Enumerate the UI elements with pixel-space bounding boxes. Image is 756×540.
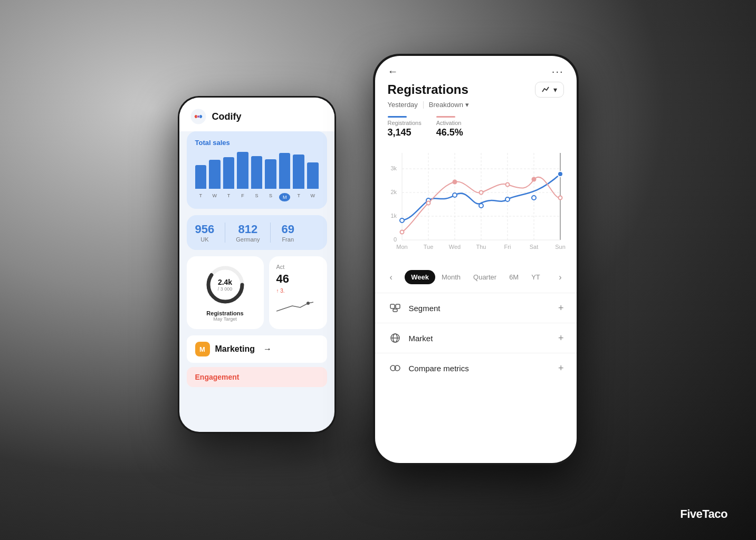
bar-item (223, 157, 235, 189)
donut-value: 2.4k (218, 278, 233, 286)
period-next-button[interactable]: › (554, 271, 566, 284)
breakdown-label: Breakdown (429, 101, 463, 109)
svg-rect-42 (396, 304, 400, 308)
compare-icon (388, 361, 403, 375)
phone-right: ← ··· Registrations ▾ Yesterday Breakdow… (373, 54, 579, 465)
compare-add-button[interactable]: + (558, 363, 564, 374)
total-sales-card: Total sales T W T F S (187, 131, 327, 209)
app-title: Codify (212, 111, 242, 122)
bar-item (237, 152, 248, 189)
page-title: Registrations (388, 82, 468, 97)
stat-france: 69 Fran (281, 223, 294, 243)
stat-divider (225, 223, 225, 243)
marketing-row[interactable]: M Marketing → (187, 335, 327, 363)
stat-divider (270, 223, 271, 243)
back-button[interactable]: ← (388, 65, 398, 78)
market-filter[interactable]: Market + (375, 323, 577, 353)
metric-red-indicator (436, 116, 455, 118)
reg-label: Registrations (206, 310, 243, 316)
filter-yesterday[interactable]: Yesterday (388, 101, 418, 109)
segment-filter[interactable]: Segment + (375, 293, 577, 323)
bar-day-label-active: M (279, 193, 291, 201)
bar-item (209, 160, 221, 189)
svg-rect-41 (390, 304, 395, 308)
svg-point-27 (400, 230, 404, 234)
segment-label: Segment (409, 304, 441, 313)
bar-item (307, 162, 319, 189)
svg-rect-43 (393, 309, 397, 312)
metric-registrations: Registrations 3,145 (388, 116, 422, 138)
bar-item (265, 159, 276, 189)
svg-point-30 (479, 191, 483, 195)
marketing-arrow-icon: → (263, 344, 272, 354)
svg-point-22 (453, 193, 457, 197)
svg-text:0: 0 (393, 236, 396, 243)
market-filter-left: Market (388, 331, 433, 345)
bar-day-label: T (293, 193, 304, 201)
marketing-label: Marketing (215, 344, 255, 354)
bar-day-label: T (223, 193, 235, 201)
market-label: Market (409, 334, 433, 343)
stat-label: Fran (281, 236, 294, 243)
act-mini-chart (276, 298, 313, 314)
svg-point-31 (505, 183, 509, 187)
period-yt[interactable]: YT (525, 270, 547, 284)
svg-point-4 (307, 302, 310, 305)
branding: FiveTaco (680, 507, 728, 521)
stat-uk: 956 UK (195, 223, 215, 243)
donut-sub: / 3 000 (218, 286, 233, 292)
more-menu-button[interactable]: ··· (552, 65, 564, 78)
reg-sublabel: May Target (213, 316, 236, 322)
stat-value: 69 (281, 223, 294, 236)
bar-item (195, 165, 207, 189)
compare-filter[interactable]: Compare metrics + (375, 353, 577, 383)
bar-day-label: S (265, 193, 276, 201)
svg-point-1 (197, 115, 199, 118)
metrics-row: Registrations 3,145 Activation 46.5% (375, 114, 577, 142)
market-add-button[interactable]: + (558, 333, 564, 344)
phones-container: Codify Total sales T W (178, 54, 579, 486)
chevron-down-icon: ▾ (465, 101, 469, 109)
filter-breakdown[interactable]: Breakdown ▾ (429, 101, 469, 109)
bar-day-label: T (195, 193, 207, 201)
metric-label: Activation (436, 120, 463, 126)
filter-row: Yesterday Breakdown ▾ (375, 101, 577, 114)
svg-point-26 (558, 171, 563, 177)
bar-item (293, 155, 304, 189)
svg-text:Wed: Wed (448, 244, 460, 250)
svg-point-33 (558, 196, 562, 200)
svg-point-25 (532, 196, 536, 200)
period-selector: ‹ Week Month Quarter 6M YT › (375, 266, 577, 288)
period-prev-button[interactable]: ‹ (386, 271, 397, 284)
bar-labels: T W T F S S M T W (195, 193, 319, 201)
left-header: Codify (179, 98, 334, 131)
bar-day-label: W (209, 193, 221, 201)
line-chart-icon (542, 85, 550, 94)
total-sales-label: Total sales (195, 139, 319, 147)
bar-day-label: F (237, 193, 248, 201)
svg-text:3k: 3k (390, 165, 397, 171)
compare-label: Compare metrics (409, 364, 469, 373)
svg-text:1k: 1k (390, 213, 397, 219)
bar-day-label: W (307, 193, 319, 201)
stat-germany: 812 Germany (236, 223, 260, 243)
donut-text: 2.4k / 3 000 (218, 278, 233, 292)
svg-text:Mon: Mon (396, 244, 407, 250)
chart-type-button[interactable]: ▾ (535, 82, 564, 98)
chevron-down-icon: ▾ (553, 85, 557, 94)
stat-label: UK (195, 236, 215, 243)
period-month[interactable]: Month (435, 270, 467, 284)
svg-point-24 (505, 197, 510, 201)
chart-area: 3k 2k 1k 0 (375, 142, 577, 261)
act-card: Act 46 ↑ 3. (269, 256, 327, 329)
segment-add-button[interactable]: + (558, 303, 564, 314)
bar-chart (195, 152, 319, 189)
engagement-tab[interactable]: Engagement (187, 367, 327, 387)
svg-point-23 (479, 204, 483, 208)
period-week[interactable]: Week (405, 270, 435, 284)
right-title-row: Registrations ▾ (375, 82, 577, 101)
period-quarter[interactable]: Quarter (467, 270, 503, 284)
bar-item (279, 153, 291, 189)
metric-value: 3,145 (388, 127, 422, 138)
period-6m[interactable]: 6M (503, 270, 525, 284)
